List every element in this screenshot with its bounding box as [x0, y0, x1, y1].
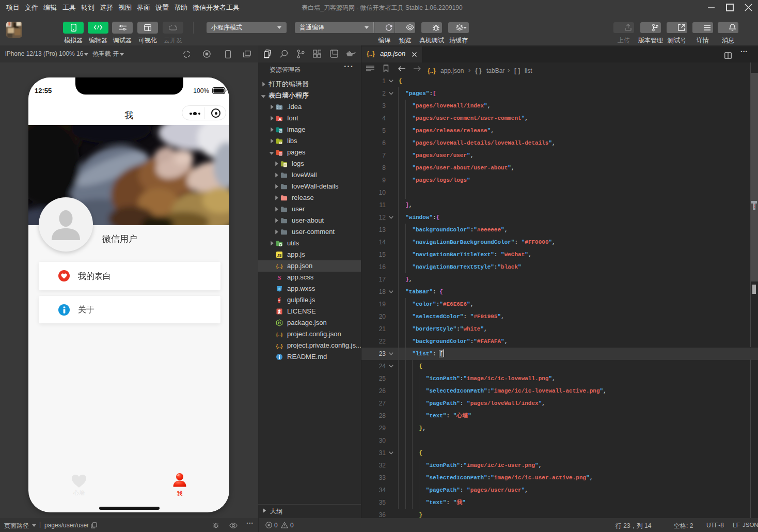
svg-text:{..}: {..}	[276, 332, 283, 337]
svg-text:S: S	[277, 274, 281, 281]
svg-text:{..}: {..}	[276, 263, 283, 269]
svg-text:3: 3	[278, 287, 280, 291]
svg-text:JS: JS	[277, 253, 281, 258]
svg-text:A: A	[278, 117, 281, 122]
svg-text:<>: <>	[279, 153, 282, 156]
svg-text:{..}: {..}	[276, 343, 283, 349]
